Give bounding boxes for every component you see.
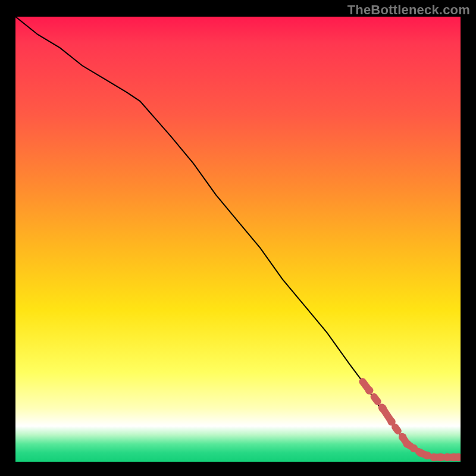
- plot-area: [15, 17, 461, 462]
- highlight-dot: [387, 418, 395, 425]
- highlight-dot: [365, 387, 373, 394]
- highlight-group: [362, 381, 461, 461]
- highlight-dot: [410, 444, 418, 452]
- main-curve: [15, 17, 461, 458]
- highlight-dot: [378, 405, 386, 412]
- attribution-text: TheBottleneck.com: [347, 2, 470, 18]
- highlight-dot: [403, 440, 411, 447]
- chart-svg: [15, 17, 461, 462]
- highlight-dot: [399, 433, 406, 441]
- figure: TheBottleneck.com: [0, 0, 476, 476]
